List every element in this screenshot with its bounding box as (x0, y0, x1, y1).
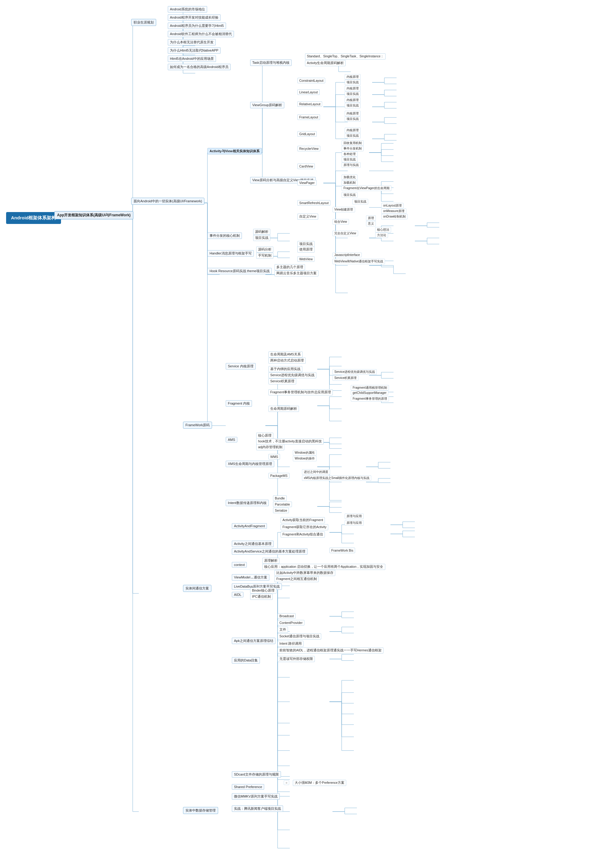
l4-constraint: ConstraintLayout (298, 78, 325, 83)
career-item-3: Android程序员为什么需要学习Html5 (168, 23, 226, 29)
l3-demo: 实战：腾讯新闻客户端项目实战 (232, 806, 283, 812)
l3-event: 事件分发的核心机制 (208, 232, 242, 239)
l4-vm-activity: 比如Activity中跨数屏幕带来的数据保存 (274, 570, 335, 576)
l3-act-service: ActivityAndService之间通信的基本方案处理原理 (232, 548, 307, 555)
l3-context: context (232, 562, 247, 567)
l4-proj-impl: 项目实战 (298, 241, 315, 247)
root-node: Android框架体系架构 (6, 212, 61, 224)
l4-linear: LinearLayout (298, 89, 320, 95)
l3-mmkv: 微信MMKV原列方案手写实战 (232, 793, 280, 800)
l4-ams-mem: adj内存管理机制 (256, 444, 284, 450)
l4-content-provider: ContentProvider (278, 620, 304, 625)
l3-apk-comm: Apk之间通信方案原理综结 (232, 638, 276, 644)
l4-fragment-lifecycle: 生命周期原码解析 (268, 406, 299, 412)
l5-sp-dot: ○ (284, 780, 289, 785)
l5-relative-inner: 内核原理 (345, 97, 361, 103)
l4-custom-view: 自定义View (298, 214, 318, 220)
l4-hook-cloud: 网易云音乐多主题项目方案 (274, 270, 318, 276)
l4-event-analysis: 源码解析 (253, 229, 270, 235)
l4-smart-refresh: SmartRefreshLayout (298, 200, 330, 206)
l3-activity-view: Activity与View相关实体知识体系 (208, 148, 262, 154)
l3-app-data: 应用的Data目集 (232, 657, 260, 663)
l4-frame: FrameLayout (298, 115, 320, 120)
l3-task: Task启动原理与堆栈内核 (250, 59, 292, 66)
l3-fragment: Fragment 内核 (226, 400, 252, 407)
l5-combo-view: 组合View (332, 219, 349, 225)
l3-act-comm: Activity之间通信基本原理 (232, 541, 274, 547)
career-item-4: Android软件工程师为什么不会被相消替代 (168, 31, 234, 37)
l5-ondraw: onDraw绘制机制 (381, 214, 408, 219)
l4-event-proj: 项目实战 (253, 235, 270, 241)
l3-shared-pref: Shared Preference (232, 784, 264, 790)
l2-component-comm: 实体间通信方案 (183, 585, 211, 592)
l5-vp-lazy: 加载优化 (342, 175, 358, 180)
l5-onmeasure: onMeasure原理 (381, 208, 406, 214)
l5-frag-principle: Fragment事务管理的原理 (351, 396, 389, 401)
l4-file: 文件 (278, 627, 288, 633)
l5-pkg-small: xMS内核原理实战之Small插件化原理内核与实战 (302, 475, 371, 481)
l4-aidl-comm: 前前智效的AIDL，进程通信框架原理通实战一一手写Hermes通信框架 (278, 648, 383, 654)
l4-bundle: Bundle (273, 496, 287, 501)
l4-socket: Socket通信原理与项目实战 (278, 633, 321, 640)
l5-webview-native: WebView和Native通信框架手写实战 (332, 259, 385, 264)
career-item-7: Html5在Android中的应用场景 (168, 56, 216, 62)
l4-sp-3m: 大小强M3M：多个Preference方案 (293, 780, 346, 786)
l4-service-inner: 基于内绑的应用实战 (268, 366, 302, 372)
l4-aidl-binder: Binder核心原理 (250, 587, 276, 594)
l2-career: 职业生涯规划 (131, 19, 156, 26)
l5-frag-child: getChildSupportManager (351, 391, 388, 395)
l4-act-get-frag: Activity获取当前的Fragment (281, 517, 325, 523)
mind-map: Android框架体系架构 App开发框架知识体系(高级UI与FrameWork… (0, 0, 611, 868)
l5-afg-p2: 原理与应用 (345, 520, 364, 526)
l5-onlayout: onLayout原理 (381, 203, 403, 208)
l5-full-custom: 完全自定义View (332, 231, 358, 236)
l4-wms: WMS (268, 454, 280, 459)
l3-viewmodel: ViewModelㅡ通信方案 (232, 574, 269, 581)
l4-recyclerview: RecyclerView (298, 146, 320, 151)
l5-linear-inner: 内核原理 (345, 86, 361, 91)
l4-grid: GridLayout (298, 131, 316, 137)
l5-combo-principle: 原理 (366, 215, 376, 221)
l4-context-core: 核心应用：application 启动切换，让一个应用有两个Applicatio… (262, 564, 385, 570)
l4-service-proc: Service进程优先级调优与实战 (268, 372, 316, 378)
l4-vm-fragment: Fragment之间相互通信机制 (274, 576, 319, 582)
career-item-1: Android系统的市场地位 (168, 6, 207, 12)
l5-wms-window: Window的属性 (293, 450, 316, 456)
l3-handler: Handler消息原理与框架手写 (208, 250, 254, 257)
career-item-8: 如何成为一名合格的高级Android程序员 (168, 64, 231, 70)
l2-android-ui: 面向Android中的一切实体(高级UI/Framework) (131, 198, 205, 205)
l5-rv-reuse: 回收复用机制 (342, 140, 364, 146)
l4-packagems: PackageMS (268, 473, 290, 478)
l4-cardview: CardView (298, 164, 315, 169)
l4-relative: RelativeLayout (298, 101, 322, 107)
l4-no-root: 无需读写外部存储权限 (278, 656, 315, 662)
l4-task-std: Standard、SingleTop、SingleTask、SingleInst… (305, 53, 386, 59)
framework-bis-label: FrameWork Bis (331, 549, 353, 552)
l1-app-framework: App开发框架知识体系(高级UI与FrameWork) (54, 211, 133, 219)
l4-frag-get-act: Fragment获取它所在的Activity (281, 524, 328, 530)
l4-parcelable: Parcelable (273, 502, 292, 507)
l5-rv-proj: 项目实战 (342, 157, 358, 162)
l2-android-ui-label: 面向Android中的一切实体(高级UI/Framework) (133, 199, 202, 203)
l5-constraint-inner: 内核原理 (345, 74, 361, 80)
l5-vp-lifecycle: Fragment在ViewPager的生命周期 (342, 186, 391, 191)
l4-activity-lifecycle: Activity生命周期原码解析 (305, 60, 346, 66)
l5-afg-p1: 原理与应用 (345, 513, 364, 519)
l2-component-comm-label: 实体间通信方案 (186, 586, 209, 590)
career-item-2: Android程序开发对技能成长经验 (168, 14, 220, 21)
l5-constraint-proj: 项目实战 (345, 80, 361, 85)
l1-app-framework-label: App开发框架知识体系(高级UI与FrameWork) (57, 213, 130, 217)
l4-handler-write: 手写机制 (256, 253, 273, 259)
l2-career-label: 职业生涯规划 (133, 20, 154, 24)
l5-fc-method: 方法论 (375, 232, 388, 238)
l4-hook-multi: 多主题的几个原理 (274, 264, 305, 270)
l4-aidl-ipc: IPC通信机制 (250, 594, 273, 600)
l3-aidl: AIDL (232, 592, 243, 597)
career-item-6: 为什么Html5无法取代NativeAPP (168, 47, 220, 54)
l4-handler-analysis: 源码分析 (256, 246, 273, 253)
l4-serialize: Serialize (273, 508, 289, 513)
l4-intent-route: Intent 路径调用 (278, 641, 304, 647)
l5-sp1: Service进程优先级调优与实战 (332, 369, 377, 375)
l5-fc-idea: 核心想法 (375, 227, 391, 232)
l4-ams-hook: hook技术，不注册activity直接启动的黑科技 (256, 439, 324, 445)
